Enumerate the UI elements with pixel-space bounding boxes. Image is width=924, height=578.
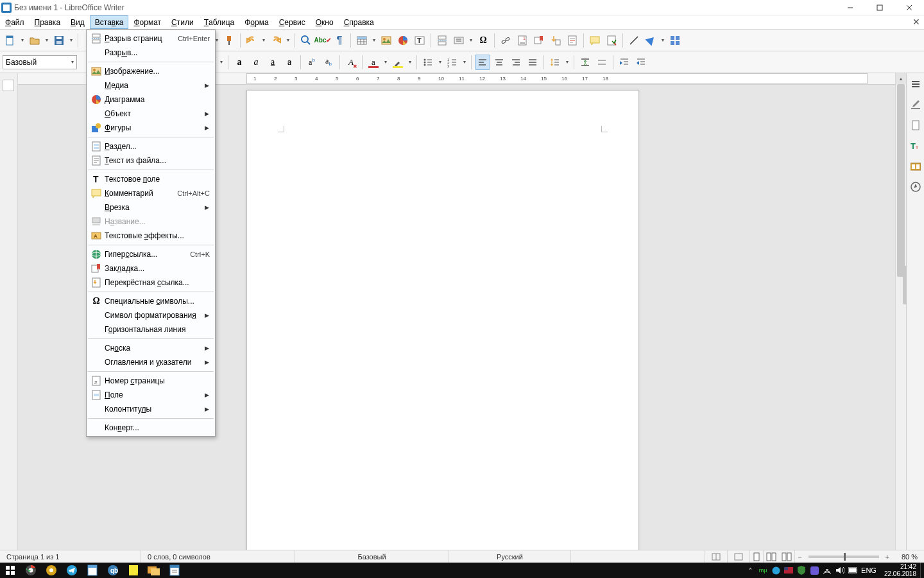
tray-app1-icon[interactable]: mμ [758,566,767,575]
task-chrome-icon[interactable] [21,563,41,578]
font-color-dropdown[interactable]: ▾ [382,59,389,65]
task-folders-icon[interactable] [144,563,164,578]
menu-правка[interactable]: Правка [30,15,66,29]
menu-item-специальные-символы[interactable]: ΩСпециальные символы... [87,294,215,308]
menu-item-изображение[interactable]: Изображение... [87,64,215,78]
sidebar-gallery-icon[interactable] [909,159,923,173]
menu-сервис[interactable]: Сервис [274,15,311,29]
underline-button[interactable]: a [265,55,280,70]
menu-item-диаграмма[interactable]: Диаграмма [87,92,215,107]
task-notepad-icon[interactable] [82,563,103,578]
menu-item-гиперссылка[interactable]: Гиперссылка...Ctrl+K [87,247,215,261]
menu-файл[interactable]: Файл [0,15,30,29]
basic-shapes-button[interactable] [643,33,658,48]
menu-item-разрыв[interactable]: Разрыв... [87,46,215,60]
zoom-out-button[interactable]: − [795,553,804,561]
vertical-ruler[interactable] [0,73,18,565]
highlight-dropdown[interactable]: ▾ [407,59,413,65]
open-dropdown[interactable]: ▾ [44,37,50,43]
task-telegram-icon[interactable] [62,563,82,578]
find-button[interactable] [298,33,314,48]
menu-item-раздел[interactable]: Раздел... [87,139,215,153]
tray-telegram-icon[interactable] [771,566,780,575]
redo-button[interactable] [268,33,284,48]
tray-app2-icon[interactable] [810,566,819,575]
menu-item-сноска[interactable]: Сноска▶ [87,341,215,355]
menu-формат[interactable]: Формат [128,15,166,29]
menu-форма[interactable]: Форма [239,15,273,29]
tray-volume-icon[interactable] [835,566,844,575]
menu-item-колонтитулы[interactable]: Колонтитулы▶ [87,402,215,416]
sidebar-menu-icon[interactable] [909,77,923,91]
shapes-dropdown[interactable]: ▾ [660,37,666,43]
sidebar-properties-icon[interactable] [909,98,923,112]
menu-item-горизонтальная-линия[interactable]: Горизонтальная линия [87,322,215,337]
system-tray[interactable]: ˄ mμ ENG [742,566,880,575]
status-insertmode[interactable] [705,550,728,563]
status-wordcount[interactable]: 0 слов, 0 символов [141,550,295,563]
menu-item-символ-форматирования[interactable]: Символ форматирования▶ [87,308,215,322]
status-language[interactable]: Русский [449,550,571,563]
insert-textbox-button[interactable]: T [412,33,427,48]
align-left-button[interactable] [475,55,490,70]
subscript-button[interactable]: ab [321,55,336,70]
insert-bookmark-button[interactable] [531,33,547,48]
sidebar-styles-icon[interactable]: Tт [909,139,923,153]
vertical-scrollbar[interactable]: ▴ ▾ [895,73,906,565]
insert-table-button[interactable] [354,33,370,48]
align-center-button[interactable] [492,55,507,70]
sidebar-navigator-icon[interactable] [909,180,923,194]
status-view-book[interactable] [779,550,795,563]
new-doc-button[interactable] [3,33,18,48]
menu-item-врезка[interactable]: Врезка▶ [87,200,215,215]
paragraph-style-combo[interactable]: Базовый▾ [3,55,77,69]
tray-security-icon[interactable] [797,566,806,575]
formatting-marks-button[interactable]: ¶ [332,33,347,48]
scroll-up-button[interactable]: ▴ [896,73,906,84]
status-view-multi[interactable] [764,550,779,563]
insert-field-button[interactable] [451,33,466,48]
status-pagestyle[interactable]: Базовый [295,550,449,563]
task-qbittorrent-icon[interactable]: qb [103,563,123,578]
start-button[interactable] [0,563,21,578]
close-document-button[interactable]: ✕ [912,17,920,27]
page-break-button[interactable] [434,33,450,48]
tray-battery-icon[interactable] [848,566,857,575]
sidebar-page-icon[interactable] [909,118,923,132]
menu-справка[interactable]: Справка [339,15,379,29]
undo-dropdown[interactable]: ▾ [261,37,267,43]
fontsize-dropdown[interactable]: ▾ [218,59,225,65]
tray-network-icon[interactable] [823,566,832,575]
window-maximize-button[interactable] [865,0,894,15]
window-minimize-button[interactable] [835,0,865,15]
decrease-spacing-button[interactable] [594,55,610,70]
menu-вставка[interactable]: Вставка [90,15,129,29]
show-desktop-button[interactable] [920,563,924,578]
menu-item-фигуры[interactable]: Фигуры▶ [87,121,215,135]
strike-button[interactable]: a [282,55,297,70]
tray-chevron-icon[interactable]: ˄ [746,566,755,575]
menu-окно[interactable]: Окно [311,15,339,29]
task-writer-icon[interactable] [164,563,185,578]
status-zoom[interactable]: 80 % [892,550,924,563]
scroll-thumb[interactable] [897,84,905,277]
document-page[interactable] [246,90,639,565]
highlight-button[interactable] [390,55,406,70]
tray-flag-icon[interactable] [784,566,793,575]
insert-hyperlink-button[interactable] [498,33,513,48]
font-color-button[interactable]: a [366,55,381,70]
line-spacing-dropdown[interactable]: ▾ [564,59,570,65]
menu-item-перекрёстная-ссылка[interactable]: Перекрёстная ссылка... [87,276,215,290]
redo-dropdown[interactable]: ▾ [285,37,291,43]
number-list-button[interactable]: 123 [445,55,460,70]
undo-button[interactable] [244,33,259,48]
menu-item-разрыв-страниц[interactable]: Разрыв страницCtrl+Enter [87,31,215,46]
menu-item-комментарий[interactable]: КомментарийCtrl+Alt+C [87,186,215,200]
menu-item-объект[interactable]: Объект▶ [87,107,215,121]
menu-item-закладка[interactable]: Закладка... [87,261,215,276]
menu-item-текст-из-файла[interactable]: Текст из файла... [87,153,215,168]
zoom-in-button[interactable]: + [883,553,892,561]
task-chrome-canary-icon[interactable] [41,563,62,578]
open-button[interactable] [27,33,42,48]
menu-item-текстовое-поле[interactable]: TТекстовое поле [87,172,215,186]
